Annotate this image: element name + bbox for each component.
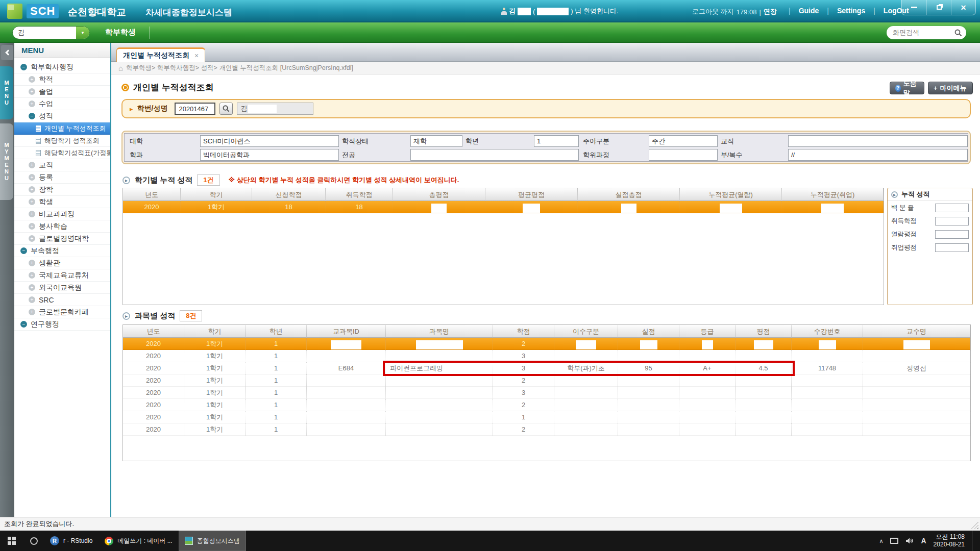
- expand-icon[interactable]: +: [29, 284, 35, 291]
- expand-icon[interactable]: +: [29, 235, 35, 242]
- expand-icon[interactable]: +: [29, 260, 35, 266]
- resize-grip[interactable]: [971, 521, 978, 529]
- expand-icon[interactable]: +: [29, 296, 35, 303]
- info-field-전공[interactable]: [410, 149, 579, 161]
- info-field-학과[interactable]: 빅데이터공학과: [200, 149, 339, 161]
- document-icon[interactable]: [36, 150, 41, 156]
- table-cell: [554, 350, 618, 362]
- table-row[interactable]: 20201학기1818: [123, 201, 884, 213]
- show-desktop-button[interactable]: [972, 531, 975, 551]
- minimize-button[interactable]: [902, 0, 926, 15]
- taskbar-app-종합정보시스템[interactable]: 종합정보시스템: [179, 531, 246, 551]
- mymenu-button[interactable]: + 마이메뉴: [928, 82, 973, 94]
- table-row[interactable]: 20201학기12: [123, 399, 970, 411]
- sidebar-item-교직[interactable]: +교직: [14, 159, 110, 171]
- redacted-value: [754, 340, 773, 349]
- dropdown-button[interactable]: ▼: [76, 27, 89, 39]
- info-field-부/복수[interactable]: //: [788, 149, 968, 161]
- student-name-field[interactable]: 김: [237, 103, 313, 115]
- info-field-학위과정[interactable]: [649, 149, 718, 161]
- student-id-input[interactable]: 20201467: [175, 103, 215, 115]
- table-row[interactable]: 20201학기12: [123, 338, 970, 350]
- table-row[interactable]: 20201학기12: [123, 374, 970, 387]
- cortana-button[interactable]: [23, 531, 44, 551]
- sidebar-item-성적[interactable]: −성적: [14, 110, 110, 122]
- mymenu-button-label: 마이메뉴: [940, 84, 967, 93]
- sidebar-item-외국어교육원[interactable]: +외국어교육원: [14, 282, 110, 294]
- info-field-학적상태[interactable]: 재학: [410, 135, 462, 147]
- sidebar-item-글로벌문화카페[interactable]: +글로벌문화카페: [14, 306, 110, 318]
- user-dropdown[interactable]: 김 ▼: [12, 26, 90, 39]
- start-button[interactable]: [0, 531, 23, 551]
- tray-chevron-icon[interactable]: ∧: [879, 538, 883, 544]
- tray-clock[interactable]: 오전 11:08 2020-08-21: [934, 533, 965, 548]
- sidebar-item-학부학사행정[interactable]: −학부학사행정: [14, 61, 110, 73]
- expand-icon[interactable]: +: [29, 309, 35, 315]
- sidebar-item-졸업[interactable]: +졸업: [14, 86, 110, 98]
- table-row[interactable]: 20201학기13: [123, 350, 970, 362]
- column-header: 누적평균(취업): [782, 188, 884, 201]
- sidebar-item-해당학기 성적조회[interactable]: 해당학기 성적조회: [14, 135, 110, 147]
- sidebar-item-비교과과정[interactable]: +비교과과정: [14, 208, 110, 220]
- info-field-학년[interactable]: 1: [534, 135, 579, 147]
- sidebar-item-부속행정[interactable]: −부속행정: [14, 245, 110, 257]
- expand-icon[interactable]: +: [29, 186, 35, 193]
- taskbar-app-r - RStudio[interactable]: Rr - RStudio: [44, 531, 99, 551]
- info-field-대학[interactable]: SCH미디어랩스: [200, 135, 339, 147]
- sidebar-item-학생[interactable]: +학생: [14, 196, 110, 208]
- settings-link[interactable]: Settings: [829, 7, 873, 15]
- sidebar-collapse-button[interactable]: [1, 45, 13, 60]
- expand-icon[interactable]: +: [29, 211, 35, 217]
- expand-icon[interactable]: +: [29, 174, 35, 181]
- table-row[interactable]: 20201학기1E684파이썬프로그래밍3학부(과)기초95A+4.511748…: [123, 362, 970, 374]
- expand-icon[interactable]: +: [29, 76, 35, 83]
- sidebar-item-봉사학습[interactable]: +봉사학습: [14, 220, 110, 233]
- vertical-tab-menu[interactable]: M E N U: [0, 66, 13, 119]
- expand-icon[interactable]: +: [29, 88, 35, 95]
- portal-tab-undergrad[interactable]: 학부학생: [105, 28, 136, 37]
- sidebar-item-국제교육교류처[interactable]: +국제교육교류처: [14, 269, 110, 282]
- tab-close-icon[interactable]: ×: [194, 52, 199, 60]
- collapse-icon[interactable]: −: [29, 113, 35, 119]
- table-cell: [618, 387, 679, 399]
- vertical-tab-mymenu[interactable]: M Y M E N U: [0, 123, 13, 200]
- info-field-교직[interactable]: [788, 135, 968, 147]
- sidebar-item-등록[interactable]: +등록: [14, 171, 110, 184]
- taskbar-app-메일쓰기 : 네이버 ...[interactable]: 메일쓰기 : 네이버 ...: [99, 531, 178, 551]
- table-row[interactable]: 20201학기13: [123, 387, 970, 399]
- sidebar-item-글로벌경영대학[interactable]: +글로벌경영대학: [14, 233, 110, 245]
- screen-search-input[interactable]: 화면검색: [887, 26, 966, 39]
- tab-personal-cumulative-grades[interactable]: 개인별 누적성적조회 ×: [116, 47, 205, 62]
- expand-icon[interactable]: +: [29, 272, 35, 279]
- table-row[interactable]: 20201학기12: [123, 423, 970, 436]
- collapse-icon[interactable]: −: [20, 247, 27, 254]
- collapse-icon[interactable]: −: [20, 64, 27, 70]
- close-button[interactable]: ×: [951, 0, 975, 15]
- collapse-icon[interactable]: −: [20, 321, 27, 328]
- search-icon[interactable]: [954, 29, 962, 37]
- volume-icon[interactable]: [905, 537, 914, 544]
- sidebar-item-개인별 누적성적조회[interactable]: 개인별 누적성적조회: [14, 122, 110, 135]
- sidebar-item-수업[interactable]: +수업: [14, 98, 110, 110]
- expand-icon[interactable]: +: [29, 223, 35, 230]
- document-icon[interactable]: [36, 138, 41, 144]
- help-button[interactable]: ? 도움말: [890, 82, 924, 94]
- document-icon[interactable]: [36, 126, 41, 132]
- sidebar-item-SRC[interactable]: +SRC: [14, 294, 110, 306]
- expand-icon[interactable]: +: [29, 101, 35, 107]
- sidebar-item-연구행정[interactable]: −연구행정: [14, 318, 110, 331]
- guide-link[interactable]: Guide: [791, 7, 827, 15]
- student-search-button[interactable]: [219, 103, 233, 115]
- network-icon[interactable]: [890, 538, 898, 544]
- ime-indicator[interactable]: A: [921, 537, 926, 545]
- sidebar-item-학적[interactable]: +학적: [14, 73, 110, 86]
- sidebar-item-해당학기성적표(가정통신[interactable]: 해당학기성적표(가정통신: [14, 147, 110, 159]
- expand-icon[interactable]: +: [29, 162, 35, 168]
- expand-icon[interactable]: +: [29, 198, 35, 205]
- table-row[interactable]: 20201학기11: [123, 411, 970, 423]
- sidebar-item-생활관[interactable]: +생활관: [14, 257, 110, 269]
- info-field-주야구분[interactable]: 주간: [649, 135, 718, 147]
- sidebar-item-장학[interactable]: +장학: [14, 184, 110, 196]
- extend-session-button[interactable]: 연장: [764, 7, 777, 16]
- restore-button[interactable]: [926, 0, 951, 15]
